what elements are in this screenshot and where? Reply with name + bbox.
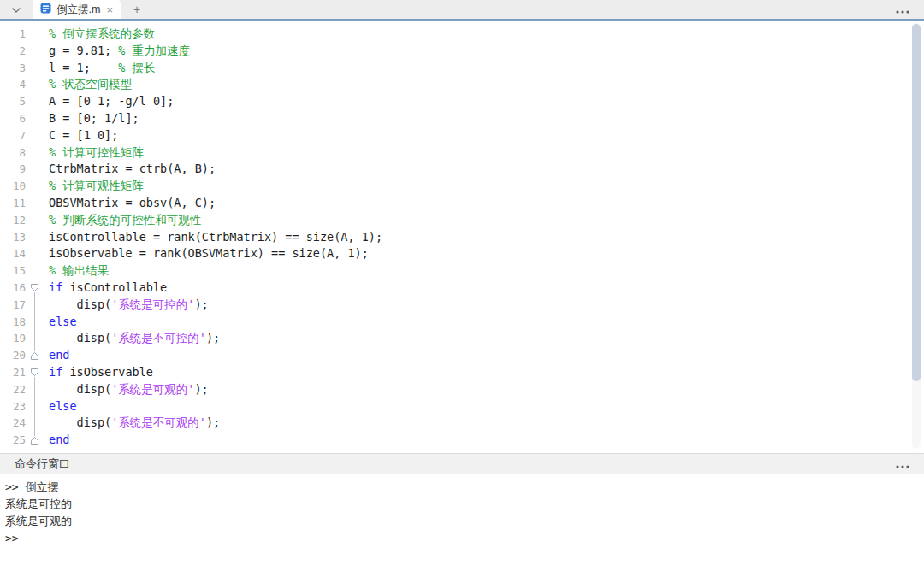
fold-end-icon[interactable] [26, 347, 49, 364]
line-number[interactable]: 16 [0, 280, 26, 297]
plus-icon: + [133, 3, 140, 16]
console-line: >> [5, 530, 924, 547]
code-text: disp('系统是不可控的'); [49, 330, 220, 347]
code-line[interactable]: 11OBSVMatrix = obsv(A, C); [0, 195, 924, 212]
line-number[interactable]: 24 [0, 415, 26, 432]
code-line[interactable]: 18else [0, 314, 924, 331]
command-window-overflow-menu[interactable] [896, 456, 909, 472]
code-line[interactable]: 19 disp('系统是不可控的'); [0, 330, 924, 347]
fold-gutter [26, 314, 49, 331]
fold-gutter [26, 178, 49, 195]
code-line[interactable]: 23else [0, 398, 924, 415]
line-number[interactable]: 21 [0, 364, 26, 381]
code-text: l = 1; % 摆长 [49, 60, 156, 77]
code-line[interactable]: 4% 状态空间模型 [0, 76, 924, 93]
fold-collapse-icon[interactable] [26, 280, 49, 297]
line-number[interactable]: 2 [0, 43, 26, 60]
line-number[interactable]: 19 [0, 330, 26, 347]
code-line[interactable]: 9CtrbMatrix = ctrb(A, B); [0, 161, 924, 178]
line-number[interactable]: 22 [0, 381, 26, 398]
code-editor[interactable]: 1% 倒立摆系统的参数2g = 9.81; % 重力加速度3l = 1; % 摆… [0, 21, 924, 453]
command-window[interactable]: >> 倒立摆系统是可控的系统是可观的>> [0, 474, 924, 583]
fold-collapse-icon[interactable] [26, 364, 49, 381]
code-text: isControllable = rank(CtrbMatrix) == siz… [49, 229, 382, 246]
code-line[interactable]: 3l = 1; % 摆长 [0, 60, 924, 77]
close-icon[interactable]: × [106, 4, 113, 15]
line-number[interactable]: 20 [0, 347, 26, 364]
code-line[interactable]: 22 disp('系统是可观的'); [0, 381, 924, 398]
fold-gutter [26, 60, 49, 77]
ellipsis-icon [896, 456, 909, 472]
tab-title: 倒立摆.m [56, 3, 100, 17]
ellipsis-icon [896, 2, 909, 17]
code-line[interactable]: 8% 计算可控性矩阵 [0, 144, 924, 162]
console-line: >> 倒立摆 [5, 479, 924, 496]
code-line[interactable]: 16if isControllable [0, 280, 924, 297]
code-line[interactable]: 25end [0, 432, 924, 449]
code-text: % 状态空间模型 [49, 76, 132, 93]
line-number[interactable]: 9 [0, 161, 26, 178]
line-number[interactable]: 8 [0, 144, 26, 162]
tab-bar-overflow-menu[interactable] [881, 0, 924, 19]
code-text: end [49, 347, 69, 364]
line-number[interactable]: 11 [0, 195, 26, 212]
tab-file[interactable]: 倒立摆.m × [33, 0, 121, 19]
code-line[interactable]: 6B = [0; 1/l]; [0, 110, 924, 127]
code-line[interactable]: 17 disp('系统是可控的'); [0, 297, 924, 314]
editor-scrollbar-track[interactable] [912, 23, 921, 449]
code-line[interactable]: 5A = [0 1; -g/l 0]; [0, 93, 924, 110]
code-text: disp('系统是可观的'); [49, 381, 209, 398]
console-line: 系统是可观的 [5, 513, 924, 530]
code-line[interactable]: 1% 倒立摆系统的参数 [0, 26, 924, 43]
line-number[interactable]: 23 [0, 398, 26, 415]
line-number[interactable]: 10 [0, 178, 26, 195]
code-text: % 判断系统的可控性和可观性 [49, 212, 201, 229]
fold-gutter [26, 195, 49, 212]
chevron-down-icon [11, 2, 21, 17]
line-number[interactable]: 13 [0, 229, 26, 246]
line-number[interactable]: 25 [0, 432, 26, 449]
line-number[interactable]: 5 [0, 93, 26, 110]
line-number[interactable]: 17 [0, 297, 26, 314]
line-number[interactable]: 3 [0, 60, 26, 77]
editor-scrollbar-thumb[interactable] [912, 24, 921, 381]
code-line[interactable]: 21if isObservable [0, 364, 924, 381]
code-line[interactable]: 12% 判断系统的可控性和可观性 [0, 212, 924, 229]
fold-gutter [26, 110, 49, 127]
line-number[interactable]: 1 [0, 26, 26, 43]
mfile-document-icon [40, 2, 51, 17]
line-number[interactable]: 14 [0, 245, 26, 262]
code-text: % 输出结果 [49, 262, 109, 280]
line-number[interactable]: 15 [0, 262, 26, 280]
code-line[interactable]: 14isObservable = rank(OBSVMatrix) == siz… [0, 245, 924, 262]
code-line[interactable]: 10% 计算可观性矩阵 [0, 178, 924, 195]
fold-gutter [26, 43, 49, 60]
fold-gutter [26, 297, 49, 314]
fold-gutter [26, 93, 49, 110]
line-number[interactable]: 4 [0, 76, 26, 93]
line-number[interactable]: 18 [0, 314, 26, 331]
code-line[interactable]: 24 disp('系统是不可观的'); [0, 415, 924, 432]
command-window-header[interactable]: 命令行窗口 [0, 453, 924, 474]
line-number[interactable]: 12 [0, 212, 26, 229]
code-text: C = [1 0]; [49, 127, 118, 144]
code-text: % 计算可控性矩阵 [49, 144, 144, 162]
code-text: % 计算可观性矩阵 [49, 178, 144, 195]
code-text: else [49, 314, 77, 331]
editor-tab-bar: 倒立摆.m × + [0, 0, 924, 19]
fold-end-icon[interactable] [26, 432, 49, 449]
code-line[interactable]: 20end [0, 347, 924, 364]
fold-gutter [26, 127, 49, 144]
command-window-output: >> 倒立摆系统是可控的系统是可观的>> [5, 479, 924, 547]
code-line[interactable]: 13isControllable = rank(CtrbMatrix) == s… [0, 229, 924, 246]
line-number[interactable]: 7 [0, 127, 26, 144]
line-number[interactable]: 6 [0, 110, 26, 127]
matlab-editor-window: 倒立摆.m × + 1% 倒立摆系统的参数2g = 9.81; % 重力加速度3… [0, 0, 924, 583]
new-tab-button[interactable]: + [126, 0, 148, 19]
code-text: disp('系统是不可观的'); [49, 415, 220, 432]
fold-gutter [26, 330, 49, 347]
tab-list-dropdown-button[interactable] [0, 0, 33, 19]
code-line[interactable]: 7C = [1 0]; [0, 127, 924, 144]
code-line[interactable]: 2g = 9.81; % 重力加速度 [0, 43, 924, 60]
code-line[interactable]: 15% 输出结果 [0, 262, 924, 280]
